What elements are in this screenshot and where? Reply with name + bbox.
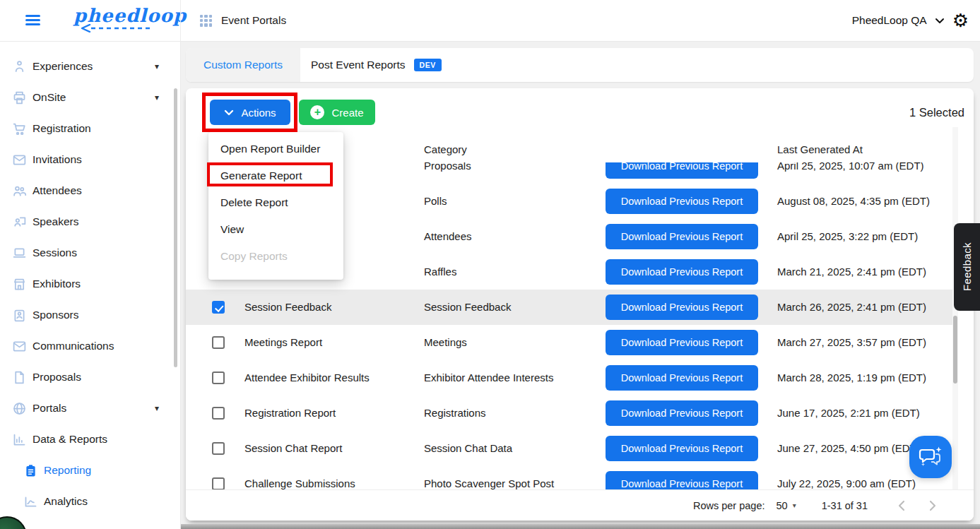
tab-bar: Custom Reports Post Event Reports DEV (186, 48, 974, 82)
download-previous-report-button[interactable]: Download Previous Report (606, 189, 758, 214)
sidebar-item-exhibitors[interactable]: Exhibitors (0, 268, 180, 299)
download-previous-report-button[interactable]: Download Previous Report (606, 224, 758, 249)
row-category: Raffles (424, 254, 456, 290)
chevron-down-icon (935, 18, 945, 24)
table-footer: Rows per page: 50 ▾ 1-31 of 31 (186, 489, 974, 521)
download-previous-report-button[interactable]: Download Previous Report (606, 295, 758, 320)
pagination-range: 1-31 of 31 (822, 500, 868, 511)
tab-post-event-reports[interactable]: Post Event Reports DEV (300, 48, 442, 82)
menu-item-delete-report[interactable]: Delete Report (208, 189, 343, 216)
menu-item-open-report-builder[interactable]: Open Report Builder (208, 136, 343, 162)
feedback-tab[interactable]: Feedback (954, 223, 980, 311)
row-name: Session Feedback (244, 290, 331, 325)
table-row[interactable]: Challenge Submissions Photo Scavenger Sp… (186, 466, 952, 489)
apps-grid-icon[interactable] (200, 15, 212, 27)
logo-text: pheedloop (73, 5, 165, 26)
table-row[interactable]: Attendee Exhibitor Results Exhibitor Att… (186, 360, 952, 396)
document-icon (11, 369, 28, 386)
create-button[interactable]: + Create (299, 100, 375, 125)
table-row[interactable]: Registration Report Registrations Downlo… (186, 396, 952, 431)
row-last-generated: July 22, 2025, 9:00 am (EDT) (777, 466, 916, 489)
actions-button[interactable]: Actions (210, 100, 290, 125)
people-icon (11, 182, 28, 199)
dev-badge: DEV (414, 59, 442, 71)
row-checkbox[interactable] (212, 407, 225, 420)
row-name: Registration Report (244, 396, 336, 431)
row-last-generated: March 28, 2025, 1:19 pm (EDT) (777, 360, 926, 396)
download-previous-report-button[interactable]: Download Previous Report (606, 400, 758, 426)
download-previous-report-button[interactable]: Download Previous Report (606, 259, 758, 285)
download-previous-report-button[interactable]: Download Previous Report (606, 471, 758, 489)
person-icon (11, 58, 28, 75)
download-previous-report-button[interactable]: Download Previous Report (606, 365, 758, 391)
menu-item-generate-report[interactable]: Generate Report (208, 162, 343, 189)
previous-page-button[interactable] (893, 497, 910, 514)
chart-icon (11, 431, 28, 448)
chat-bubbles-icon (918, 445, 943, 469)
sidebar-item-speakers[interactable]: Speakers (0, 206, 180, 237)
row-checkbox[interactable] (212, 336, 225, 349)
sidebar-item-analytics[interactable]: Analytics (0, 486, 180, 517)
mail-icon (11, 338, 28, 355)
row-category: Photo Scavenger Spot Post (424, 466, 554, 489)
chat-widget-button[interactable] (909, 436, 952, 478)
actions-dropdown-menu: Open Report BuilderGenerate ReportDelete… (208, 132, 343, 280)
chevron-down-icon: ▾ (155, 93, 159, 102)
download-previous-report-button[interactable]: Download Previous Report (606, 330, 758, 355)
table-scrollbar-thumb[interactable] (953, 316, 957, 384)
gear-icon[interactable]: ⚙ (952, 0, 969, 41)
sidebar-item-attendees[interactable]: Attendees (0, 175, 180, 206)
hamburger-menu-icon[interactable] (25, 15, 41, 26)
menu-item-view[interactable]: View (208, 216, 343, 243)
sidebar-item-proposals[interactable]: Proposals (0, 362, 180, 393)
row-last-generated: March 26, 2025, 2:41 pm (EDT) (777, 290, 926, 325)
rows-per-page-label: Rows per page: (693, 500, 765, 511)
table-row[interactable]: Session Feedback Session Feedback Downlo… (186, 290, 952, 325)
table-row[interactable]: Meetings Report Meetings Download Previo… (186, 325, 952, 360)
row-last-generated: June 17, 2025, 2:21 pm (EDT) (777, 396, 920, 431)
rows-per-page-select[interactable]: 50 ▾ (777, 500, 796, 511)
row-last-generated: March 21, 2025, 2:41 pm (EDT) (777, 254, 926, 290)
chevron-down-icon: ▾ (155, 61, 159, 71)
download-previous-report-button[interactable]: Download Previous Report (606, 436, 758, 461)
row-checkbox[interactable] (212, 477, 225, 489)
row-name: Attendee Exhibitor Results (244, 360, 370, 396)
sidebar-item-onsite[interactable]: OnSite ▾ (0, 82, 180, 113)
account-menu[interactable]: PheedLoop QA ⚙ (852, 0, 969, 41)
tab-custom-reports[interactable]: Custom Reports (186, 48, 300, 82)
selected-count: 1 Selected (909, 100, 964, 125)
row-checkbox[interactable] (212, 442, 225, 455)
sidebar-item-registration[interactable]: Registration (0, 113, 180, 144)
chevron-down-icon: ▾ (155, 403, 159, 413)
sidebar-scrollbar-thumb[interactable] (174, 88, 177, 367)
cart-icon (11, 120, 28, 137)
sidebar-item-communications[interactable]: Communications (0, 331, 180, 362)
topbar: pheedloop Event Portals PheedLoop QA ⚙ (0, 0, 980, 42)
topbar-divider (180, 0, 181, 41)
table-row[interactable]: Session Chat Report Session Chat Data Do… (186, 431, 952, 466)
menu-item-copy-reports: Copy Reports (208, 243, 343, 270)
sidebar-item-data-reports[interactable]: Data & Reports (0, 424, 180, 455)
analytics-icon (22, 493, 39, 510)
printer-icon (11, 89, 28, 106)
row-category: Session Chat Data (424, 431, 512, 466)
row-checkbox[interactable] (212, 372, 225, 384)
sidebar-item-sponsors[interactable]: Sponsors (0, 299, 180, 331)
row-name: Session Chat Report (244, 431, 342, 466)
row-category: Attendees (424, 219, 472, 254)
account-name: PheedLoop QA (852, 14, 927, 27)
row-category: Exhibitor Attendee Interests (424, 360, 553, 396)
sidebar-item-experiences[interactable]: Experiences ▾ (0, 51, 180, 82)
row-last-generated: June 27, 2025, 4:50 pm (EDT) (777, 431, 920, 466)
column-header-last-generated: Last Generated At (777, 137, 863, 162)
sidebar-item-sessions[interactable]: Sessions (0, 237, 180, 268)
sidebar-item-portals[interactable]: Portals ▾ (0, 393, 180, 424)
chevron-down-icon: ▾ (793, 501, 796, 509)
next-page-button[interactable] (924, 497, 941, 514)
sidebar-item-invitations[interactable]: Invitations (0, 144, 180, 175)
row-checkbox[interactable] (212, 301, 225, 314)
sidebar-item-reporting[interactable]: Reporting (0, 455, 180, 486)
row-name: Meetings Report (244, 325, 322, 360)
chevron-down-icon (224, 109, 234, 116)
pheedloop-logo[interactable]: pheedloop (73, 5, 165, 36)
